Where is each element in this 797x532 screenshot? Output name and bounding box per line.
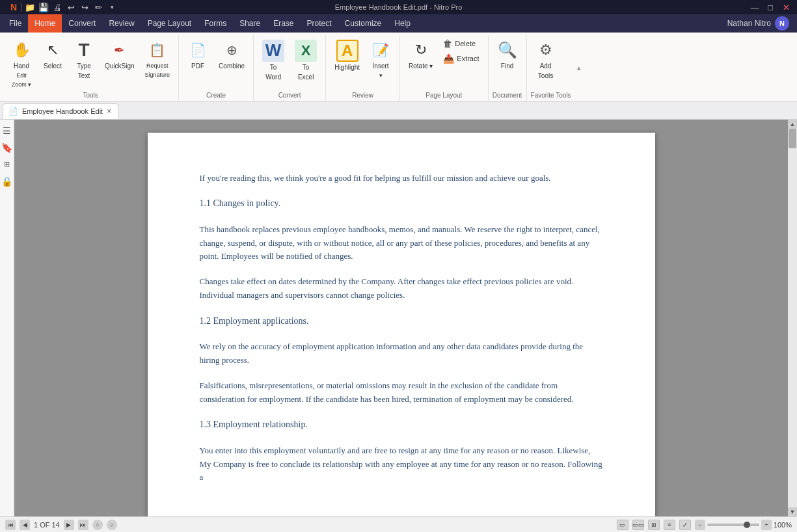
right-scrollbar[interactable]: ▲ ▼ xyxy=(788,120,797,516)
document-tab[interactable]: 📄 Employee Handbook Edit × xyxy=(3,103,118,119)
paragraph-3: Changes take effect on dates determined … xyxy=(200,275,603,302)
nav-circle-btn2[interactable]: ○ xyxy=(107,520,117,530)
hand-label: Hand xyxy=(14,62,29,70)
hand-edit-label: Edit xyxy=(16,72,27,79)
to-word-icon: W xyxy=(262,40,284,62)
user-area[interactable]: Nathan Nitro N xyxy=(722,14,794,33)
find-btn[interactable]: 🔍 Find xyxy=(493,36,522,72)
combine-btn[interactable]: ⊕ Combine xyxy=(214,36,249,72)
to-word-btn[interactable]: W To Word xyxy=(258,36,289,83)
nav-last-btn[interactable]: ⏭ xyxy=(78,520,88,530)
menu-forms[interactable]: Forms xyxy=(198,14,233,33)
view-scroll-btn[interactable]: ≡ xyxy=(664,520,675,530)
menu-protect[interactable]: Protect xyxy=(301,14,338,33)
menu-home[interactable]: Home xyxy=(28,14,62,33)
pdf-btn[interactable]: 📄 PDF xyxy=(183,36,213,72)
insert-label: Insert xyxy=(373,62,389,70)
menu-convert[interactable]: Convert xyxy=(62,14,102,33)
scroll-track[interactable] xyxy=(788,129,797,507)
page-layout-group-label: Page Layout xyxy=(404,90,483,101)
ribbon-group-convert: W To Word X To Excel Convert xyxy=(254,35,326,101)
print-btn[interactable]: 🖨 xyxy=(51,1,63,13)
menu-file[interactable]: File xyxy=(3,14,28,33)
status-bar: ⏮ ◀ 1 OF 14 ▶ ⏭ ○ ○ ▭ ▭▭ ⊞ ≡ ⤢ − + 100% xyxy=(0,516,797,532)
user-avatar[interactable]: N xyxy=(775,16,789,31)
extract-btn[interactable]: 📤 Extract xyxy=(439,51,483,66)
ribbon-group-favorite-tools: ⚙ Add Tools Favorite Tools xyxy=(527,35,575,101)
zoom-in-btn[interactable]: + xyxy=(761,520,772,530)
menu-customize[interactable]: Customize xyxy=(338,14,388,33)
add-tools-btn[interactable]: ⚙ Add Tools xyxy=(531,36,561,82)
main-area: ☰ 🔖 ⊞ 🔒 If you're reading this, we think… xyxy=(0,120,797,516)
close-btn[interactable]: ✕ xyxy=(780,1,792,13)
nav-prev-btn[interactable]: ◀ xyxy=(20,520,30,530)
sidebar-pages-icon[interactable]: ☰ xyxy=(1,125,13,137)
document-area: If you're reading this, we think you're … xyxy=(14,120,788,516)
save-btn[interactable]: 💾 xyxy=(38,1,49,13)
scroll-up-btn[interactable]: ▲ xyxy=(788,120,797,129)
redo-btn[interactable]: ↪ xyxy=(79,1,90,13)
tools-group-label: Tools xyxy=(7,90,174,101)
to-excel-label2: Excel xyxy=(298,73,314,81)
highlight-btn[interactable]: A Highlight xyxy=(330,36,364,73)
rotate-btn[interactable]: ↻ Rotate ▾ xyxy=(404,36,437,72)
create-group-label: Create xyxy=(183,90,249,101)
paragraph-0: If you're reading this, we think you're … xyxy=(200,172,603,185)
highlight-icon: A xyxy=(336,40,358,62)
type-text-icon: T xyxy=(74,40,94,60)
ribbon-group-create: 📄 PDF ⊕ Combine Create xyxy=(179,35,254,101)
page-indicator: 1 OF 14 xyxy=(34,521,60,529)
zoom-level: 100% xyxy=(774,521,792,529)
maximize-btn[interactable]: □ xyxy=(764,1,776,13)
tab-close-btn[interactable]: × xyxy=(107,107,111,115)
heading-1-2: 1.2 Employment applications. xyxy=(200,314,603,328)
type-text-btn[interactable]: T Type Text xyxy=(69,36,99,82)
zoom-slider[interactable] xyxy=(707,524,759,526)
minimize-btn[interactable]: — xyxy=(749,1,761,13)
nav-first-btn[interactable]: ⏮ xyxy=(5,520,16,530)
heading-1-1: 1.1 Changes in policy. xyxy=(200,196,603,211)
nav-circle-btn1[interactable]: ○ xyxy=(92,520,103,530)
request-signature-btn[interactable]: 📋 Request Signature xyxy=(141,36,175,81)
delete-icon: 🗑 xyxy=(443,38,452,49)
type-text-label2: Text xyxy=(78,72,90,80)
to-excel-btn[interactable]: X To Excel xyxy=(290,36,321,83)
delete-btn[interactable]: 🗑 Delete xyxy=(439,36,483,51)
qat-dropdown[interactable]: ▾ xyxy=(106,1,118,13)
sidebar-bookmarks-icon[interactable]: 🔖 xyxy=(1,142,13,153)
zoom-thumb[interactable] xyxy=(744,522,750,528)
menu-erase[interactable]: Erase xyxy=(267,14,300,33)
open-btn[interactable]: 📁 xyxy=(24,1,36,13)
edit-btn[interactable]: ✏ xyxy=(92,1,104,13)
quicksign-label: QuickSign xyxy=(105,62,135,70)
select-btn[interactable]: ↖ Select xyxy=(38,36,68,72)
menu-review[interactable]: Review xyxy=(102,14,141,33)
zoom-control: − + 100% xyxy=(695,520,792,530)
view-single-btn[interactable]: ▭ xyxy=(617,520,628,530)
favorite-tools-group-label: Favorite Tools xyxy=(531,90,571,101)
undo-btn[interactable]: ↩ xyxy=(65,1,77,13)
quicksign-icon: ✒ xyxy=(109,40,130,60)
menu-help[interactable]: Help xyxy=(388,14,417,33)
view-double-btn[interactable]: ▭▭ xyxy=(632,520,644,530)
view-grid-btn[interactable]: ⊞ xyxy=(648,520,660,530)
tab-bar: 📄 Employee Handbook Edit × xyxy=(0,101,797,120)
quicksign-btn[interactable]: ✒ QuickSign xyxy=(100,36,139,72)
scroll-down-btn[interactable]: ▼ xyxy=(788,507,797,516)
menu-share[interactable]: Share xyxy=(233,14,267,33)
convert-group-label: Convert xyxy=(258,90,321,101)
ribbon-collapse-btn[interactable]: ▲ xyxy=(575,35,583,101)
nav-next-btn[interactable]: ▶ xyxy=(64,520,74,530)
window-controls[interactable]: — □ ✕ xyxy=(749,1,792,13)
zoom-out-btn[interactable]: − xyxy=(695,520,705,530)
sidebar-thumbnails-icon[interactable]: ⊞ xyxy=(1,159,13,170)
document-scroll[interactable]: If you're reading this, we think you're … xyxy=(14,120,788,516)
delete-label: Delete xyxy=(455,40,476,47)
scroll-thumb[interactable] xyxy=(789,129,796,148)
quick-access-toolbar[interactable]: N 📁 💾 🖨 ↩ ↪ ✏ ▾ xyxy=(5,1,120,13)
insert-btn[interactable]: 📝 Insert ▾ xyxy=(366,36,396,81)
menu-page-layout[interactable]: Page Layout xyxy=(141,14,198,33)
view-fit-btn[interactable]: ⤢ xyxy=(679,520,691,530)
sidebar-security-icon[interactable]: 🔒 xyxy=(1,176,13,187)
hand-btn[interactable]: ✋ Hand Edit Zoom ▾ xyxy=(7,36,36,90)
